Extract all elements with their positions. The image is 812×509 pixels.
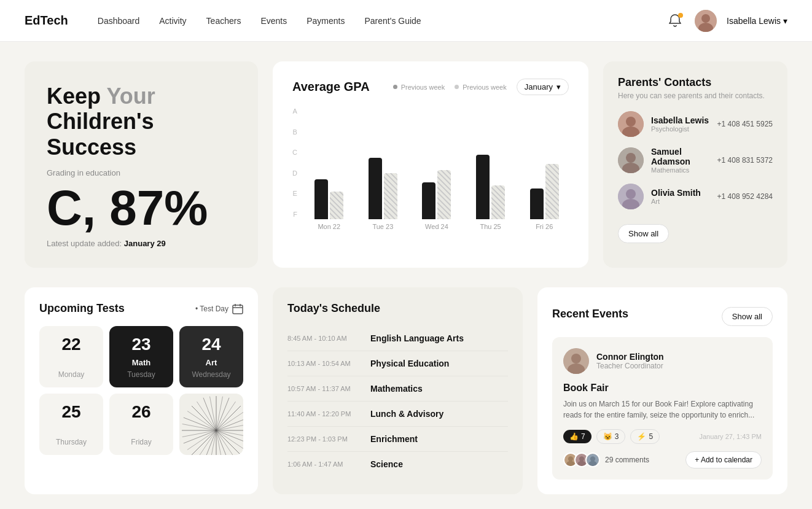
contact-info-1: Samuel Adamson Mathematics <box>651 147 710 174</box>
contact-avatar-2 <box>618 184 644 209</box>
x-label-wed: Wed 24 <box>412 219 461 230</box>
nav-payments[interactable]: Payments <box>306 16 345 26</box>
x-label-thu: Thu 25 <box>466 219 515 230</box>
contact-phone-1: +1 408 831 5372 <box>717 156 773 165</box>
notification-bell[interactable] <box>665 11 685 31</box>
svg-point-4 <box>626 117 636 126</box>
tests-header: Upcoming Tests • Test Day <box>39 302 243 315</box>
chart-y-axis: A B C D E F <box>292 107 297 230</box>
cal-dayname-26: Friday <box>131 438 151 446</box>
reaction-cat[interactable]: 😺 3 <box>596 429 626 444</box>
show-all-contacts-button[interactable]: Show all <box>618 224 669 243</box>
schedule-time-0: 8:45 AM - 10:10 AM <box>287 335 358 342</box>
bars-row <box>305 107 569 219</box>
svg-point-10 <box>626 189 636 199</box>
test-day-label: • Test Day <box>195 303 243 314</box>
nav-events[interactable]: Events <box>260 16 287 26</box>
nav-right: Isabella Lewis ▾ <box>665 10 787 32</box>
legend-dot-1 <box>393 85 397 89</box>
bar-group-mon <box>305 121 354 219</box>
bar-solid-wed <box>422 182 435 219</box>
event-timestamp: January 27, 1:43 PM <box>699 433 762 440</box>
bar-solid-tue <box>369 158 382 219</box>
nav-parents-guide[interactable]: Parent's Guide <box>364 16 421 26</box>
comment-avatars <box>563 453 600 467</box>
bar-pair-thu <box>476 121 505 219</box>
month-selector[interactable]: January ▾ <box>517 79 569 95</box>
chart-container: A B C D E F <box>292 107 569 230</box>
cal-date-24: 24 <box>201 335 221 354</box>
event-author: Connor Elington Teacher Coordinator <box>563 348 762 374</box>
svg-point-37 <box>566 461 574 467</box>
schedule-time-3: 11:40 AM - 12:20 PM <box>287 410 358 418</box>
schedule-item-3: 11:40 AM - 12:20 PM Lunch & Advisory <box>287 402 508 427</box>
cal-day-24: 24 Art Wednesday <box>179 326 243 387</box>
schedule-item-0: 8:45 AM - 10:10 AM English Language Arts <box>287 326 508 351</box>
contact-info-0: Isabella Lewis Psychologist <box>651 115 710 133</box>
schedule-item-2: 10:57 AM - 11:37 AM Mathematics <box>287 376 508 402</box>
nav-teachers[interactable]: Teachers <box>206 16 241 26</box>
svg-rect-12 <box>233 305 243 314</box>
contact-name-1: Samuel Adamson <box>651 147 710 166</box>
user-avatar <box>695 10 717 32</box>
bar-hatched-fri <box>545 164 559 219</box>
cal-date-25: 25 <box>61 402 80 422</box>
cal-date-23: 23 <box>131 335 150 354</box>
event-title: Book Fair <box>563 383 762 394</box>
notification-dot <box>678 13 683 18</box>
x-labels: Mon 22 Tue 23 Wed 24 Thu 25 Fri 26 <box>305 219 569 230</box>
comments-count: 29 comments <box>605 456 649 464</box>
svg-point-1 <box>701 14 710 23</box>
contacts-subtitle: Here you can see parents and their conta… <box>618 91 773 100</box>
cal-day-22: 22 Monday <box>39 326 103 387</box>
logo: EdTech <box>25 14 68 28</box>
contacts-title: Parents' Contacts <box>618 76 773 89</box>
contact-role-1: Mathematics <box>651 166 710 174</box>
contact-phone-0: +1 408 451 5925 <box>717 120 773 128</box>
schedule-subject-2: Mathematics <box>370 384 423 394</box>
cal-day-25: 25 Thursday <box>39 394 103 455</box>
nav-activity[interactable]: Activity <box>159 16 186 26</box>
bottom-row: Upcoming Tests • Test Day 22 Monda <box>25 287 787 494</box>
contact-item-0: Isabella Lewis Psychologist +1 408 451 5… <box>618 111 773 137</box>
contact-avatar-0 <box>618 111 644 137</box>
gpa-panel: Average GPA Previous week Previous week … <box>273 61 588 268</box>
nav-dashboard[interactable]: Dashboard <box>98 16 140 26</box>
schedule-item-1: 10:13 AM - 10:54 AM Physical Education <box>287 351 508 376</box>
cal-sunburst <box>179 394 243 455</box>
contact-info-2: Olivia Smith Art <box>651 188 710 205</box>
bar-pair-fri <box>530 121 559 219</box>
contact-role-2: Art <box>651 198 710 205</box>
reaction-thumbs-up[interactable]: 👍 7 <box>563 430 591 443</box>
contact-phone-2: +1 408 952 4284 <box>717 192 773 201</box>
events-header: Recent Events Show all <box>552 302 773 326</box>
sunburst-decoration <box>179 394 243 455</box>
add-to-calendar-button[interactable]: + Add to calendar <box>685 451 762 468</box>
reaction-lightning[interactable]: ⚡ 5 <box>630 429 660 444</box>
legend-previous-week-1: Previous week <box>393 84 445 91</box>
bar-hatched-thu <box>491 185 505 219</box>
event-author-role: Teacher Coordinator <box>596 362 664 370</box>
schedule-panel: Today's Schedule 8:45 AM - 10:10 AM Engl… <box>273 287 523 494</box>
hero-update: Latest update added: January 29 <box>47 239 236 248</box>
hero-panel: Keep Your Children's Success Grading in … <box>25 61 258 268</box>
show-all-events-button[interactable]: Show all <box>722 307 773 326</box>
schedule-item-5: 1:06 AM - 1:47 AM Science <box>287 452 508 476</box>
bar-group-fri <box>520 121 569 219</box>
bar-solid-mon <box>314 179 328 219</box>
bar-hatched-tue <box>384 173 397 219</box>
schedule-subject-4: Enrichment <box>370 434 418 444</box>
user-name-display[interactable]: Isabella Lewis ▾ <box>727 16 787 26</box>
event-desc: Join us on March 15 for our Book Fair! E… <box>563 398 762 421</box>
cal-dayname-24: Wednesday <box>192 370 230 379</box>
bar-group-thu <box>466 121 515 219</box>
schedule-header: Today's Schedule <box>287 302 508 315</box>
x-label-fri: Fri 26 <box>520 219 569 230</box>
bar-solid-thu <box>476 155 490 219</box>
event-author-avatar <box>563 348 589 374</box>
events-panel: Recent Events Show all Connor Elington T… <box>537 287 787 494</box>
comments-area: 29 comments <box>563 453 649 467</box>
svg-point-43 <box>588 461 596 467</box>
legend-dot-2 <box>455 85 459 89</box>
hero-subtitle: Grading in education <box>47 168 236 177</box>
